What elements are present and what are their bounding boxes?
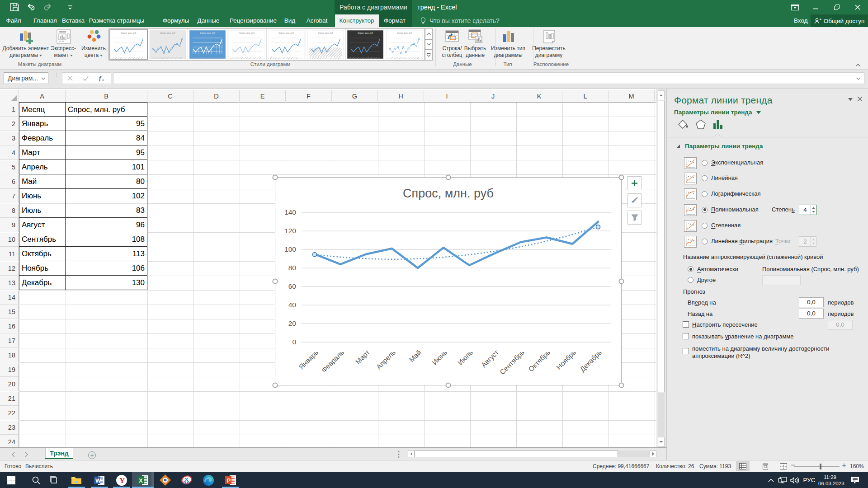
zoom-in-button[interactable]: + (842, 460, 846, 471)
chart-filters-button[interactable] (627, 211, 642, 225)
cell-A1[interactable]: Месяц (19, 102, 66, 117)
name-box[interactable]: Диаграм... (4, 72, 48, 84)
pane-options-dropdown-icon[interactable] (848, 98, 853, 101)
scroll-right-button[interactable] (650, 450, 656, 457)
chart[interactable]: Спрос, млн. руб140120100806040200ЯнварьФ… (275, 177, 622, 385)
column-header-J[interactable]: J (470, 90, 516, 103)
taskbar-excel-button[interactable]: X (132, 472, 154, 488)
row-header-10[interactable]: 10 (0, 233, 19, 247)
cell-B2[interactable]: 95 (66, 117, 147, 131)
tab-разметка-страницы[interactable]: Разметка страницы (89, 14, 144, 27)
checkbox-set-intercept[interactable] (683, 321, 689, 328)
close-button[interactable] (847, 0, 868, 14)
chart-style-6[interactable]: Спрос, млн. руб (306, 29, 345, 60)
effects-icon[interactable] (695, 119, 707, 131)
zoom-slider-track[interactable] (794, 466, 840, 467)
row-header-3[interactable]: 3 (0, 131, 19, 145)
cell-B12[interactable]: 106 (66, 261, 147, 276)
expand-formula-bar-icon[interactable] (856, 77, 860, 80)
cancel-entry-icon[interactable] (67, 75, 73, 81)
cell-B6[interactable]: 80 (66, 174, 147, 189)
horizontal-scroll-thumb[interactable] (415, 450, 618, 457)
cell-B8[interactable]: 83 (66, 203, 147, 218)
insert-function-icon[interactable]: fx (99, 75, 106, 81)
tab-формат[interactable]: Формат (384, 14, 406, 27)
row-header-4[interactable]: 4 (0, 146, 19, 160)
checkbox-display-equation[interactable] (683, 333, 689, 339)
radio-полиномиальная[interactable] (702, 207, 708, 213)
fill-line-icon[interactable] (677, 119, 689, 131)
column-header-B[interactable]: B (66, 90, 147, 103)
radio-логарифмическая[interactable] (702, 191, 708, 197)
name-box-dropdown-icon[interactable] (41, 77, 45, 80)
chart-style-8[interactable]: Спрос, млн. руб (385, 29, 425, 60)
radio-other[interactable] (688, 277, 693, 283)
cell-A8[interactable]: Июль (19, 203, 66, 218)
degree-spinner[interactable]: 4 (799, 205, 816, 215)
radio-automatic[interactable] (688, 266, 693, 272)
cell-B7[interactable]: 102 (66, 189, 147, 203)
row-header-18[interactable]: 18 (0, 348, 19, 362)
radio-степенная[interactable] (702, 223, 708, 229)
cell-B13[interactable]: 130 (66, 276, 147, 290)
row-header-22[interactable]: 22 (0, 406, 19, 420)
row-header-13[interactable]: 13 (0, 276, 19, 290)
taskbar-powerpoint-button[interactable]: P (220, 472, 241, 488)
chart-style-1[interactable]: Спрос, млн. руб (109, 29, 148, 60)
share-button[interactable]: Общий доступ (811, 14, 868, 27)
tab-вид[interactable]: Вид (284, 14, 295, 27)
sheet-nav-next-icon[interactable] (24, 452, 29, 457)
cell-B9[interactable]: 96 (66, 218, 147, 232)
customize-qat-icon[interactable] (67, 2, 73, 12)
tab-конструктор[interactable]: Конструктор (340, 14, 374, 27)
cell-A11[interactable]: Октябрь (19, 247, 66, 261)
scroll-up-button[interactable] (658, 90, 665, 100)
cell-A7[interactable]: Июнь (19, 189, 66, 203)
radio-линейная-фильтрация[interactable] (702, 239, 708, 244)
action-center-button[interactable] (844, 472, 865, 488)
forward-input[interactable]: 0,0 (799, 297, 824, 307)
tray-language[interactable]: РУС (800, 472, 818, 488)
ribbon-display-options-button[interactable] (784, 0, 805, 14)
row-header-7[interactable]: 7 (0, 189, 19, 203)
taskbar-edge-button[interactable] (198, 472, 219, 488)
row-header-21[interactable]: 21 (0, 392, 19, 406)
sign-in-link[interactable]: Вход (794, 14, 808, 27)
section-collapse-icon[interactable] (676, 144, 680, 148)
gallery-scroll-up-button[interactable] (425, 28, 433, 39)
chart-style-7[interactable]: Спрос, млн. руб (346, 29, 385, 60)
chart-elements-button[interactable] (627, 176, 642, 190)
row-header-2[interactable]: 2 (0, 117, 19, 131)
pane-subtitle-dropdown-icon[interactable] (756, 111, 761, 114)
cell-B10[interactable]: 108 (66, 232, 147, 247)
row-header-14[interactable]: 14 (0, 291, 19, 305)
cell-B11[interactable]: 113 (66, 247, 147, 261)
cell-B3[interactable]: 84 (66, 131, 147, 145)
tell-me-search[interactable]: Что вы хотите сделать? (420, 14, 500, 27)
column-header-M[interactable]: M (609, 90, 655, 103)
formula-bar-splitter[interactable]: ⋮ (54, 73, 57, 83)
backward-input[interactable]: 0,0 (799, 309, 824, 319)
row-header-5[interactable]: 5 (0, 160, 19, 174)
taskbar-yandex-button[interactable]: Y (111, 472, 132, 488)
view-page-layout-button[interactable] (759, 461, 772, 471)
row-header-6[interactable]: 6 (0, 175, 19, 189)
view-page-break-button[interactable] (777, 461, 790, 471)
pane-close-icon[interactable] (857, 96, 863, 102)
row-header-20[interactable]: 20 (0, 377, 19, 391)
chart-styles-button[interactable] (627, 193, 642, 207)
tray-volume[interactable] (787, 472, 802, 488)
sheet-nav-prev-icon[interactable] (11, 452, 16, 457)
scroll-down-button[interactable] (658, 437, 665, 447)
status-calculate[interactable]: Вычислить (25, 460, 53, 472)
column-header-C[interactable]: C (147, 90, 193, 103)
tab-bar-splitter[interactable]: ••• (398, 450, 400, 458)
column-header-F[interactable]: F (286, 90, 332, 103)
row-header-16[interactable]: 16 (0, 319, 19, 333)
taskbar-faststone-button[interactable] (154, 472, 176, 488)
cell-A4[interactable]: Март (19, 145, 66, 160)
column-header-G[interactable]: G (332, 90, 378, 103)
column-header-L[interactable]: L (562, 90, 609, 103)
column-header-K[interactable]: K (516, 90, 562, 103)
pane-section-label[interactable]: Параметры линии тренда (685, 143, 763, 150)
